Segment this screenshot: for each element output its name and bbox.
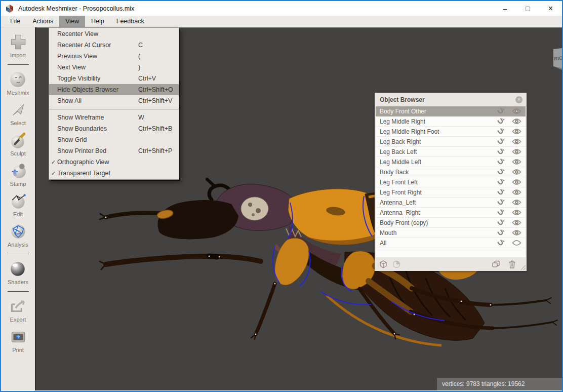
object-row[interactable]: Leg Middle Right Foot xyxy=(376,127,526,137)
pin-icon[interactable] xyxy=(497,219,505,227)
pin-icon[interactable] xyxy=(497,239,505,247)
menubar-item-view[interactable]: View xyxy=(59,16,85,27)
pin-icon[interactable] xyxy=(497,128,505,136)
menu-item[interactable]: Recenter View xyxy=(49,28,179,40)
menu-item[interactable]: Previous View( xyxy=(49,51,179,62)
print-icon xyxy=(9,327,28,346)
sidebar-item-sculpt[interactable]: Sculpt xyxy=(9,131,28,156)
delete-icon[interactable] xyxy=(508,260,516,269)
sidebar-item-edit[interactable]: Edit xyxy=(9,191,28,217)
pie-icon[interactable] xyxy=(392,260,401,269)
object-row[interactable]: Leg Middle Left xyxy=(376,157,526,167)
menubar-item-actions[interactable]: Actions xyxy=(26,16,59,27)
object-row[interactable]: Body Front (copy) xyxy=(376,218,526,228)
visibility-icon[interactable] xyxy=(512,108,521,114)
visibility-icon[interactable] xyxy=(512,199,521,206)
panel-close-icon[interactable]: × xyxy=(515,96,522,103)
sidebar-item-meshmix[interactable]: Meshmix xyxy=(7,70,29,96)
view-cube[interactable]: RIGHT BACK xyxy=(551,45,562,77)
sidebar-item-export[interactable]: Export xyxy=(9,297,28,323)
pin-icon[interactable] xyxy=(497,199,505,207)
sidebar-item-label: Analysis xyxy=(8,242,28,248)
visibility-icon[interactable] xyxy=(512,209,521,216)
object-row[interactable]: All xyxy=(376,238,526,248)
visibility-icon[interactable] xyxy=(512,128,521,135)
menubar: FileActionsViewHelpFeedback xyxy=(1,16,562,27)
object-row[interactable]: Mouth xyxy=(376,228,526,238)
menu-item-shortcut: ( xyxy=(138,51,140,62)
sidebar-item-stamp[interactable]: ⚜ Stamp xyxy=(9,161,28,187)
object-row[interactable]: Leg Back Left xyxy=(376,147,526,157)
visibility-icon[interactable] xyxy=(512,118,521,125)
menu-item-label: Show Wireframe xyxy=(57,114,104,121)
menu-item[interactable]: Toggle VisibilityCtrl+V xyxy=(49,73,179,84)
pin-icon[interactable] xyxy=(497,117,505,126)
sidebar-item-analysis[interactable]: Analysis xyxy=(8,222,28,248)
sidebar-item-import[interactable]: Import xyxy=(9,32,28,58)
pin-icon[interactable] xyxy=(497,178,505,186)
sidebar-item-label: Print xyxy=(12,347,24,353)
menu-item[interactable]: Show WireframeW xyxy=(49,112,179,123)
pin-icon[interactable] xyxy=(497,158,505,166)
visibility-icon[interactable] xyxy=(512,138,521,145)
pin-icon[interactable] xyxy=(497,209,505,217)
menu-item[interactable]: Recenter At CursorC xyxy=(49,40,179,51)
menu-item-label: Show Boundaries xyxy=(57,125,107,132)
visibility-icon[interactable] xyxy=(512,219,521,226)
menu-item[interactable]: Hide Objects BrowserCtrl+Shift+O xyxy=(49,84,179,95)
viewcube-right-label[interactable]: RIGHT xyxy=(554,54,562,61)
menu-item[interactable]: Show BoundariesCtrl+Shift+B xyxy=(49,123,179,134)
checkmark-icon: ✓ xyxy=(51,156,57,168)
meshmixer-window: Autodesk Meshmixer - Prosopocoilus.mix –… xyxy=(0,0,563,392)
object-row[interactable]: Leg Front Right xyxy=(376,187,526,198)
visibility-icon[interactable] xyxy=(512,148,521,155)
object-row[interactable]: Antenna_Right xyxy=(376,208,526,218)
stamp-icon: ⚜ xyxy=(9,161,28,180)
meshmix-icon xyxy=(8,70,27,89)
object-row[interactable]: Leg Front Left xyxy=(376,177,526,187)
object-row[interactable]: Body Back xyxy=(376,167,526,177)
menu-item[interactable]: ✓Transparent Target xyxy=(49,168,179,179)
menu-item[interactable]: ✓Orthographic View xyxy=(49,156,179,168)
pin-icon[interactable] xyxy=(497,138,505,146)
menu-item-shortcut: Ctrl+Shift+V xyxy=(138,95,172,106)
sidebar-item-label: Import xyxy=(10,52,26,58)
duplicate-icon[interactable] xyxy=(491,260,501,269)
minimize-button[interactable]: – xyxy=(494,1,516,16)
sidebar-item-select[interactable]: Select xyxy=(9,100,28,126)
visibility-icon[interactable] xyxy=(512,229,521,236)
menubar-item-feedback[interactable]: Feedback xyxy=(110,16,150,27)
pin-icon[interactable] xyxy=(497,107,505,115)
object-row[interactable]: Leg Middle Right xyxy=(376,116,526,127)
visibility-icon[interactable] xyxy=(512,240,521,246)
menu-item[interactable]: Next View) xyxy=(49,62,179,73)
menu-item[interactable]: Show AllCtrl+Shift+V xyxy=(49,95,179,106)
object-row[interactable]: Leg Back Right xyxy=(376,137,526,147)
menu-item-shortcut: Ctrl+V xyxy=(138,73,156,84)
sidebar-separator xyxy=(8,291,29,292)
object-row[interactable]: Antenna_Left xyxy=(376,198,526,208)
visibility-icon[interactable] xyxy=(512,159,521,165)
menu-item-label: Show All xyxy=(57,97,82,104)
sidebar-item-shaders[interactable]: Shaders xyxy=(8,259,28,285)
pin-icon[interactable] xyxy=(497,148,505,156)
pin-icon[interactable] xyxy=(497,188,505,197)
object-browser-footer xyxy=(375,257,527,271)
cube-icon[interactable] xyxy=(379,260,388,269)
sidebar-item-print[interactable]: Print xyxy=(9,327,28,353)
menubar-item-file[interactable]: File xyxy=(4,16,26,27)
object-row[interactable]: Body Front Other xyxy=(376,106,526,116)
pin-icon[interactable] xyxy=(497,229,505,237)
close-button[interactable]: × xyxy=(539,1,562,16)
maximize-button[interactable]: □ xyxy=(516,1,539,16)
menu-item[interactable]: Show Printer BedCtrl+Shift+P xyxy=(49,145,179,156)
menu-item[interactable]: Show Grid xyxy=(49,134,179,145)
visibility-icon[interactable] xyxy=(512,179,521,185)
visibility-icon[interactable] xyxy=(512,169,521,175)
pin-icon[interactable] xyxy=(497,168,505,176)
object-name: Body Back xyxy=(380,169,497,176)
resize-grip[interactable] xyxy=(520,264,526,270)
object-name: Leg Middle Right xyxy=(380,118,497,125)
menubar-item-help[interactable]: Help xyxy=(85,16,110,27)
visibility-icon[interactable] xyxy=(512,189,521,195)
